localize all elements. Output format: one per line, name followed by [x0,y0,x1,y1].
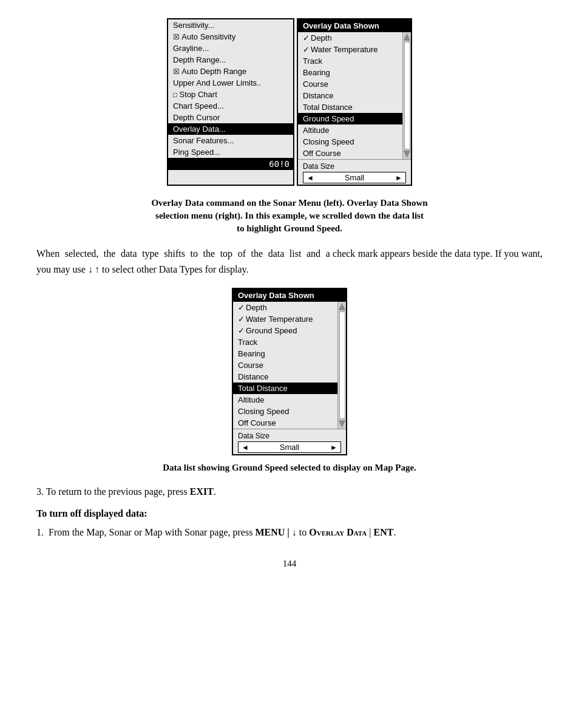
step1-text: 1. From the Map, Sonar or Map with Sonar… [36,525,543,540]
sonar-menu: Sensitivity... Auto Sensitivity Grayline… [167,18,294,186]
body-paragraph: When selected, the data type shifts to t… [36,246,543,277]
overlay-item-bearing-second[interactable]: Bearing [233,348,337,359]
data-size-left-arrow-second[interactable]: ◄ [239,443,252,452]
data-size-value-top: Small [317,172,392,183]
overlay-item-bearing-top[interactable]: Bearing [298,67,402,78]
step1-ent: ENT [373,527,393,537]
menu-item-sonar-features[interactable]: Sonar Features... [168,135,293,146]
step1-menu: MENU | ↓ [255,527,296,537]
overlay-item-off-course-second[interactable]: Off Course [233,417,337,429]
overlay-item-off-course-top[interactable]: Off Course [298,148,402,159]
step3-text: 3. To return to the previous page, press… [36,484,543,500]
menu-item-auto-depth-range[interactable]: Auto Depth Range [168,66,293,77]
overlay-menu-top: Overlay Data Shown Depth Water Temperatu… [297,18,412,186]
overlay-item-depth-top[interactable]: Depth [298,32,402,44]
overlay-item-track-second[interactable]: Track [233,336,337,348]
menu-item-overlay-data[interactable]: Overlay Data... [168,123,293,135]
data-size-left-arrow-top[interactable]: ◄ [303,173,317,183]
sonar-depth-value: 60!0 [269,159,290,169]
menu-item-chart-speed[interactable]: Chart Speed... [168,100,293,112]
scrollbar-top[interactable] [402,32,411,159]
menu-item-upper-lower[interactable]: Upper And Lower Limits.. [168,77,293,89]
overlay-title-second: Overlay Data Shown [233,289,346,302]
center-menu-container: Overlay Data Shown Depth Water Temperatu… [36,288,543,455]
scrollbar-second[interactable] [337,302,346,429]
data-size-control-top[interactable]: ◄ Small ► [303,172,406,183]
menu-item-sensitivity[interactable]: Sensitivity... [168,19,293,31]
overlay-item-ground-speed-top[interactable]: Ground Speed [298,113,402,124]
menu-item-auto-sensitivity[interactable]: Auto Sensitivity [168,31,293,43]
overlay-item-altitude-top[interactable]: Altitude [298,124,402,136]
data-size-section-top: Data Size ◄ Small ► [298,159,411,185]
scroll-track-top [404,42,410,149]
overlay-menu-second: Overlay Data Shown Depth Water Temperatu… [232,288,347,455]
step3-exit: EXIT [190,486,214,497]
data-size-right-arrow-top[interactable]: ► [392,173,405,183]
data-size-value-second: Small [252,442,327,452]
sonar-bottom-bar: 60!0 [168,158,293,170]
data-size-control-second[interactable]: ◄ Small ► [238,441,341,453]
overlay-list-second: Depth Water Temperature Ground Speed Tra… [233,302,337,429]
caption-top: Overlay Data command on the Sonar Menu (… [36,197,543,235]
overlay-data-smallcaps: Overlay Data [309,527,367,537]
overlay-item-course-top[interactable]: Course [298,78,402,90]
scroll-up-second[interactable] [339,303,346,310]
turn-off-heading: To turn off displayed data: [36,506,543,522]
overlay-item-water-temp-second[interactable]: Water Temperature [233,313,337,325]
data-size-right-arrow-second[interactable]: ► [327,443,340,452]
caption-second: Data list showing Ground Speed selected … [36,463,543,473]
data-size-label-top: Data Size [303,162,406,171]
overlay-item-track-top[interactable]: Track [298,55,402,67]
overlay-item-distance-second[interactable]: Distance [233,371,337,383]
overlay-list-container-top: Depth Water Temperature Track Bearing Co… [298,32,411,159]
overlay-item-closing-speed-top[interactable]: Closing Speed [298,136,402,148]
menu-item-depth-range[interactable]: Depth Range... [168,54,293,66]
overlay-title-top: Overlay Data Shown [298,19,411,32]
menu-item-stop-chart[interactable]: Stop Chart [168,89,293,100]
data-size-section-second: Data Size ◄ Small ► [233,429,346,454]
menu-item-grayline[interactable]: Grayline... [168,43,293,54]
menu-item-ping-speed[interactable]: Ping Speed... [168,146,293,158]
scroll-track-second [339,311,345,419]
turn-off-heading-strong: To turn off displayed data: [36,508,147,519]
overlay-item-total-dist-top[interactable]: Total Distance [298,101,402,113]
scroll-down-top[interactable] [404,151,411,158]
overlay-item-closing-speed-second[interactable]: Closing Speed [233,406,337,417]
overlay-list-container-second: Depth Water Temperature Ground Speed Tra… [233,302,346,429]
menu-item-depth-cursor[interactable]: Depth Cursor [168,112,293,123]
overlay-item-distance-top[interactable]: Distance [298,90,402,101]
data-size-label-second: Data Size [238,432,341,440]
overlay-item-course-second[interactable]: Course [233,359,337,371]
overlay-item-water-temp-top[interactable]: Water Temperature [298,44,402,55]
overlay-item-total-dist-second[interactable]: Total Distance [233,383,337,394]
scroll-down-second[interactable] [339,420,346,427]
overlay-list-top: Depth Water Temperature Track Bearing Co… [298,32,402,159]
top-menus-section: Sensitivity... Auto Sensitivity Grayline… [36,18,543,186]
scroll-up-top[interactable] [404,33,411,41]
overlay-item-altitude-second[interactable]: Altitude [233,394,337,406]
step1-overlay: Overlay Data [309,527,367,537]
overlay-item-ground-speed-second[interactable]: Ground Speed [233,325,337,336]
page-number: 144 [36,559,543,569]
overlay-item-depth-second[interactable]: Depth [233,302,337,313]
